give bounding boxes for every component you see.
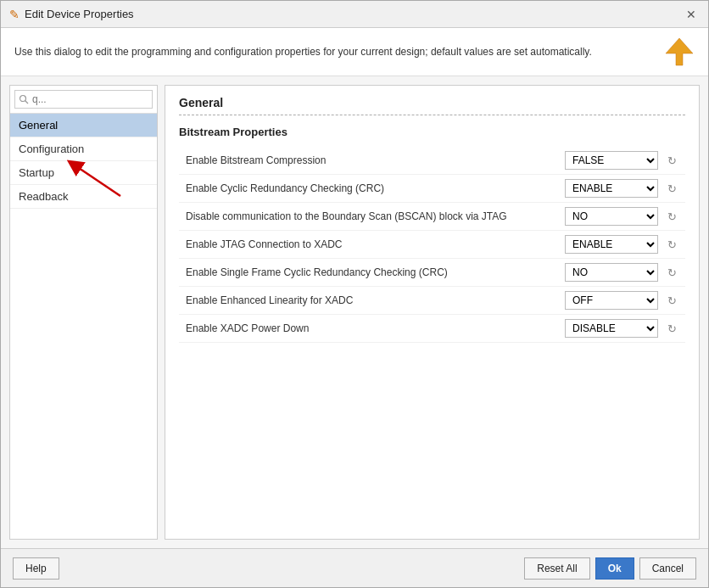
search-input[interactable] (14, 90, 153, 109)
search-box (10, 86, 157, 114)
property-select-6[interactable]: DISABLEENABLE (565, 319, 658, 338)
section-title: General (179, 96, 685, 115)
property-select-0[interactable]: FALSETRUE (565, 151, 658, 170)
sidebar-item-general[interactable]: General (10, 114, 157, 137)
property-row-2: Disable communication to the Boundary Sc… (179, 203, 685, 231)
property-label-1: Enable Cyclic Redundancy Checking (CRC) (186, 182, 558, 194)
footer: Help Reset All Ok Cancel (1, 548, 708, 587)
property-label-2: Disable communication to the Boundary Sc… (186, 210, 558, 222)
nav-items-container: GeneralConfigurationStartupReadback (10, 114, 157, 209)
cancel-button[interactable]: Cancel (639, 557, 696, 580)
sidebar: GeneralConfigurationStartupReadback (9, 85, 158, 540)
property-label-3: Enable JTAG Connection to XADC (186, 238, 558, 250)
dialog-title: Edit Device Properties (25, 8, 134, 20)
property-label-4: Enable Single Frame Cyclic Redundancy Ch… (186, 266, 558, 278)
close-button[interactable]: ✕ (683, 6, 700, 23)
description-text: Use this dialog to edit the programming … (14, 46, 664, 58)
vivado-logo (664, 36, 695, 67)
property-label-0: Enable Bitstream Compression (186, 154, 558, 166)
description-bar: Use this dialog to edit the programming … (1, 28, 708, 76)
device-icon: ✎ (9, 8, 20, 21)
dialog: ✎ Edit Device Properties ✕ Use this dial… (0, 0, 709, 588)
property-select-2[interactable]: NOYES (565, 207, 658, 226)
sidebar-item-startup[interactable]: Startup (10, 161, 157, 185)
property-row-4: Enable Single Frame Cyclic Redundancy Ch… (179, 259, 685, 287)
property-select-3[interactable]: ENABLEDISABLE (565, 235, 658, 254)
reset-icon-2[interactable]: ↻ (665, 210, 678, 223)
property-row-6: Enable XADC Power DownDISABLEENABLE↻ (179, 315, 685, 343)
reset-icon-1[interactable]: ↻ (665, 182, 678, 195)
property-label-5: Enable Enhanced Linearity for XADC (186, 294, 558, 306)
main-content: GeneralConfigurationStartupReadback Gene… (1, 76, 708, 548)
reset-icon-6[interactable]: ↻ (665, 322, 678, 335)
reset-all-button[interactable]: Reset All (524, 557, 589, 580)
svg-marker-0 (666, 38, 693, 65)
footer-right: Reset All Ok Cancel (524, 557, 696, 580)
ok-button[interactable]: Ok (595, 557, 634, 580)
subsection-title: Bitstream Properties (179, 126, 685, 138)
help-button[interactable]: Help (13, 557, 59, 580)
property-label-6: Enable XADC Power Down (186, 322, 558, 334)
reset-icon-0[interactable]: ↻ (665, 154, 678, 167)
properties-container: Enable Bitstream CompressionFALSETRUE↻En… (179, 147, 685, 343)
reset-icon-5[interactable]: ↻ (665, 294, 678, 307)
property-select-5[interactable]: OFFON (565, 291, 658, 310)
sidebar-item-configuration[interactable]: Configuration (10, 137, 157, 161)
property-row-3: Enable JTAG Connection to XADCENABLEDISA… (179, 231, 685, 259)
reset-icon-4[interactable]: ↻ (665, 266, 678, 279)
property-row-1: Enable Cyclic Redundancy Checking (CRC)E… (179, 175, 685, 203)
content-area: General Bitstream Properties Enable Bits… (165, 85, 700, 540)
title-bar-left: ✎ Edit Device Properties (9, 8, 134, 21)
property-select-1[interactable]: ENABLEDISABLE (565, 179, 658, 198)
reset-icon-3[interactable]: ↻ (665, 238, 678, 251)
title-bar: ✎ Edit Device Properties ✕ (1, 1, 708, 28)
property-row-0: Enable Bitstream CompressionFALSETRUE↻ (179, 147, 685, 175)
property-select-4[interactable]: NOYES (565, 263, 658, 282)
property-row-5: Enable Enhanced Linearity for XADCOFFON↻ (179, 287, 685, 315)
sidebar-item-readback[interactable]: Readback (10, 185, 157, 209)
